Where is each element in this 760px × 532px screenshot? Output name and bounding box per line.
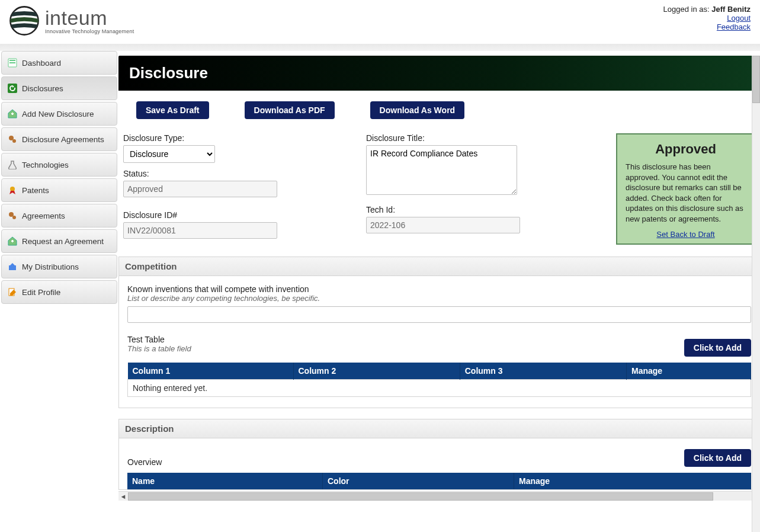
logo-text: inteum Innovative Technology Management xyxy=(45,8,134,34)
competition-input[interactable] xyxy=(127,306,751,323)
disclosure-title-field[interactable]: IR Record Compliance Dates xyxy=(366,145,517,195)
scroll-thumb[interactable] xyxy=(752,56,760,103)
sidebar-item-label: Disclosures xyxy=(22,84,63,93)
svg-rect-4 xyxy=(9,62,15,63)
tech-id-label: Tech Id: xyxy=(366,205,597,214)
sidebar-item-edit-profile[interactable]: Edit Profile xyxy=(1,280,117,304)
svg-point-8 xyxy=(10,187,15,191)
brand-name: inteum xyxy=(45,8,134,28)
sidebar-item-label: Disclosure Agreements xyxy=(22,135,104,144)
competition-add-button[interactable]: Click to Add xyxy=(684,339,751,357)
refresh-icon xyxy=(8,84,17,93)
add-icon xyxy=(8,109,17,118)
download-pdf-button[interactable]: Download As PDF xyxy=(245,101,335,119)
status-field xyxy=(123,181,277,197)
col-header: Manage xyxy=(627,363,751,380)
feedback-link[interactable]: Feedback xyxy=(663,23,751,31)
scroll-left-arrow-icon[interactable]: ◄ xyxy=(118,492,128,501)
sidebar-item-disclosures[interactable]: Disclosures xyxy=(1,76,117,100)
approved-body: This disclosure has been approved. You c… xyxy=(626,162,746,224)
competition-q1-sub: List or describe any competing technolog… xyxy=(127,294,751,303)
sidebar-item-request-agreement[interactable]: Request an Agreement xyxy=(1,229,117,253)
sidebar-item-label: Agreements xyxy=(22,211,65,220)
logged-in-prefix: Logged in as: xyxy=(663,5,710,14)
disclosure-type-label: Disclosure Type: xyxy=(123,133,354,143)
logo: inteum Innovative Technology Management xyxy=(8,5,134,37)
sidebar: Dashboard Disclosures Add New Disclosure… xyxy=(0,51,118,501)
description-section-header: Description xyxy=(118,419,760,438)
table-row: Nothing entered yet. xyxy=(128,380,751,397)
dashboard-icon xyxy=(8,58,17,68)
status-label: Status: xyxy=(123,169,354,178)
gears-icon xyxy=(8,211,17,220)
col-header: Manage xyxy=(514,473,751,489)
competition-table: Column 1 Column 2 Column 3 Manage Nothin… xyxy=(127,363,751,397)
sidebar-item-label: My Distributions xyxy=(22,262,79,271)
competition-section-header: Competition xyxy=(118,257,760,276)
svg-point-6 xyxy=(9,136,14,140)
sidebar-item-patents[interactable]: Patents xyxy=(1,178,117,202)
sidebar-item-label: Dashboard xyxy=(22,59,61,68)
download-word-button[interactable]: Download As Word xyxy=(370,101,465,119)
distribution-icon xyxy=(8,262,17,271)
header: inteum Innovative Technology Management … xyxy=(0,0,760,44)
ribbon-icon xyxy=(8,185,17,195)
disclosure-form: Disclosure Type: Disclosure Status: Disc… xyxy=(118,133,760,257)
scroll-track[interactable] xyxy=(128,492,751,501)
sidebar-item-add-disclosure[interactable]: Add New Disclosure xyxy=(1,102,117,126)
sidebar-item-agreements[interactable]: Agreements xyxy=(1,204,117,227)
sidebar-item-label: Technologies xyxy=(22,161,69,169)
user-info: Logged in as: Jeff Benitz Logout Feedbac… xyxy=(663,5,751,31)
add-icon xyxy=(8,236,17,246)
vertical-scrollbar[interactable] xyxy=(752,56,760,501)
sidebar-item-label: Request an Agreement xyxy=(22,237,104,246)
disclosure-id-label: Disclosure ID# xyxy=(123,210,354,220)
disclosure-title-label: Disclosure Title: xyxy=(366,133,597,143)
svg-rect-5 xyxy=(8,84,17,93)
sidebar-item-technologies[interactable]: Technologies xyxy=(1,153,117,177)
col-header: Column 2 xyxy=(293,363,460,380)
description-section-body: Overview Click to Add Name Color Manage xyxy=(118,438,760,490)
username: Jeff Benitz xyxy=(711,5,751,14)
disclosure-id-field xyxy=(123,222,277,239)
gears-icon xyxy=(8,134,17,144)
svg-point-10 xyxy=(12,216,16,219)
lab-icon xyxy=(8,160,17,169)
sidebar-item-label: Add New Disclosure xyxy=(22,110,94,118)
table-header-row: Name Color Manage xyxy=(127,473,751,489)
save-draft-button[interactable]: Save As Draft xyxy=(136,101,209,119)
description-table: Name Color Manage xyxy=(127,473,751,489)
main-content: Disclosure Save As Draft Download As PDF… xyxy=(118,51,760,501)
logo-icon xyxy=(8,5,40,37)
svg-point-9 xyxy=(9,212,14,217)
sidebar-item-disclosure-agreements[interactable]: Disclosure Agreements xyxy=(1,127,117,151)
sidebar-item-dashboard[interactable]: Dashboard xyxy=(1,51,117,75)
empty-row-text: Nothing entered yet. xyxy=(128,380,751,397)
sidebar-item-my-distributions[interactable]: My Distributions xyxy=(1,255,117,278)
svg-rect-11 xyxy=(9,265,16,270)
page-title: Disclosure xyxy=(118,56,760,91)
scroll-thumb[interactable] xyxy=(128,492,713,501)
svg-point-7 xyxy=(12,139,16,143)
col-header: Column 1 xyxy=(128,363,294,380)
competition-section-body: Known inventions that will compete with … xyxy=(118,276,760,408)
sidebar-item-label: Edit Profile xyxy=(22,288,60,297)
col-header: Name xyxy=(127,473,323,489)
col-header: Color xyxy=(323,473,514,489)
approved-heading: Approved xyxy=(626,142,746,157)
logout-link[interactable]: Logout xyxy=(663,14,751,23)
tech-id-field xyxy=(366,217,520,233)
logged-in-label: Logged in as: Jeff Benitz xyxy=(663,5,751,14)
col-header: Column 3 xyxy=(460,363,626,380)
set-back-to-draft-link[interactable]: Set Back to Draft xyxy=(656,230,714,239)
horizontal-scrollbar[interactable]: ◄ ► xyxy=(118,491,760,501)
description-add-button[interactable]: Click to Add xyxy=(684,449,751,467)
brand-tagline: Innovative Technology Management xyxy=(45,29,134,34)
competition-q1-title: Known inventions that will compete with … xyxy=(127,284,751,294)
action-buttons: Save As Draft Download As PDF Download A… xyxy=(118,101,760,133)
test-table-sub: This is a table field xyxy=(127,344,191,353)
test-table-title: Test Table xyxy=(127,335,191,344)
sidebar-item-label: Patents xyxy=(22,186,49,195)
table-header-row: Column 1 Column 2 Column 3 Manage xyxy=(128,363,751,380)
disclosure-type-select[interactable]: Disclosure xyxy=(123,145,215,163)
